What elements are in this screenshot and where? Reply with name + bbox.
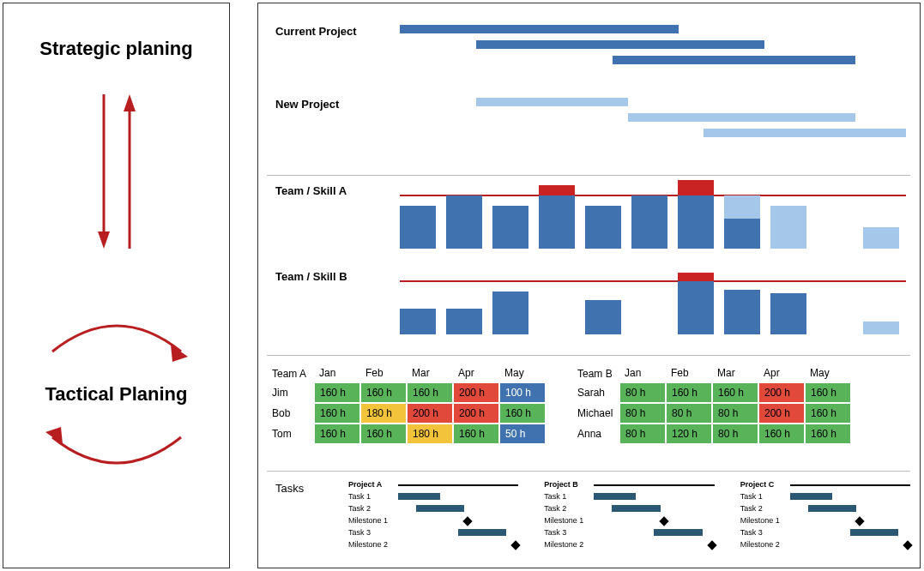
task-bar: [416, 505, 464, 512]
month-header: Feb: [360, 364, 407, 382]
task-name: Milestone 1: [348, 516, 398, 525]
hours-cell: 160 h: [758, 424, 805, 444]
hours-cell: 160 h: [314, 382, 360, 403]
month-header: May: [499, 364, 546, 382]
hours-cell: 200 h: [407, 403, 453, 424]
month-header: Jan: [314, 364, 360, 382]
task-bar: [790, 493, 832, 500]
milestone-diamond-icon: [707, 540, 716, 550]
mini-gantt: Project CTask 1Task 2Milestone 1Task 3Mi…: [740, 478, 910, 550]
svg-marker-4: [171, 345, 188, 362]
task-name: Task 1: [740, 492, 790, 501]
hist-bar: [539, 270, 575, 334]
person-name: Tom: [267, 424, 314, 444]
task-bar: [612, 505, 660, 512]
hours-cell: 80 h: [712, 403, 758, 424]
hours-cell: 100 h: [499, 382, 546, 403]
hours-tables: Team AJanFebMarAprMayJim160 h160 h160 h2…: [267, 355, 910, 466]
task-name: Milestone 1: [740, 516, 790, 525]
svg-marker-3: [124, 94, 136, 111]
team-a-label: Team / Skill A: [275, 184, 347, 197]
hist-bar: [724, 270, 760, 334]
task-name: Milestone 2: [740, 540, 790, 549]
task-bar: [654, 529, 702, 536]
gantt-bar-current: [613, 56, 855, 64]
mini-gantt: Project ATask 1Task 2Milestone 1Task 3Mi…: [348, 478, 518, 550]
hist-bar: [678, 184, 714, 249]
histogram-section: Team / Skill A Team / Skill B: [267, 175, 910, 346]
month-header: Apr: [758, 364, 805, 382]
gantt-bar-new: [476, 98, 628, 106]
hist-bar: [631, 270, 667, 334]
hist-bar: [678, 270, 714, 334]
task-name: Task 3: [740, 528, 790, 537]
task-name: Task 2: [740, 504, 790, 513]
task-name: Milestone 2: [348, 540, 398, 549]
team-a-hist: Team / Skill A: [267, 184, 910, 257]
team-name: Team A: [267, 364, 314, 382]
task-bar: [808, 505, 856, 512]
hist-bar: [770, 184, 806, 249]
hist-bar: [585, 184, 621, 249]
task-bar: [398, 493, 440, 500]
hours-cell: 80 h: [619, 403, 666, 424]
gantt-bar-current: [400, 25, 679, 33]
hours-cell: 120 h: [666, 424, 712, 444]
current-project-label: Current Project: [275, 25, 387, 38]
hours-cell: 160 h: [360, 382, 407, 403]
strategic-title: Strategic planing: [39, 38, 192, 60]
person-name: Anna: [572, 424, 619, 444]
milestone-diamond-icon: [903, 540, 912, 550]
hist-bar: [585, 270, 621, 334]
hours-cell: 180 h: [360, 403, 407, 424]
hours-cell: 200 h: [758, 382, 805, 403]
hist-bar: [817, 270, 853, 334]
task-name: Task 1: [544, 492, 594, 501]
team-b-hist: Team / Skill B: [267, 270, 910, 343]
task-bar: [594, 493, 636, 500]
task-name: Task 3: [348, 528, 398, 537]
task-name: Milestone 2: [544, 540, 594, 549]
milestone-diamond-icon: [659, 516, 668, 526]
new-project-label: New Project: [275, 98, 387, 111]
hours-cell: 160 h: [499, 403, 546, 424]
hours-cell: 80 h: [666, 403, 712, 424]
hours-cell: 160 h: [805, 424, 851, 444]
hours-cell: 160 h: [666, 382, 712, 403]
hours-cell: 160 h: [314, 403, 360, 424]
hist-bar: [492, 184, 528, 249]
task-name: Milestone 1: [544, 516, 594, 525]
hours-cell: 160 h: [407, 382, 453, 403]
left-panel: Strategic planing Tactical Planing: [3, 3, 230, 568]
hist-bar: [631, 184, 667, 249]
hours-table: Team AJanFebMarAprMayJim160 h160 h160 h2…: [267, 364, 547, 445]
month-header: Feb: [666, 364, 712, 382]
milestone-diamond-icon: [855, 516, 864, 526]
gantt-section: Current Project New Project: [267, 12, 910, 166]
tasks-label: Tasks: [275, 482, 304, 495]
hours-cell: 80 h: [619, 424, 666, 444]
task-name: Task 2: [544, 504, 594, 513]
tasks-section: Tasks Project ATask 1Task 2Milestone 1Ta…: [267, 471, 910, 565]
hist-bar: [539, 184, 575, 249]
right-panel: Current Project New Project Team / Skill…: [257, 3, 921, 568]
person-name: Michael: [572, 403, 619, 424]
task-name: Task 3: [544, 528, 594, 537]
hours-cell: 160 h: [453, 424, 499, 444]
project-name: Project C: [740, 480, 790, 489]
hist-bar: [400, 184, 436, 249]
hours-cell: 180 h: [407, 424, 453, 444]
tactical-title: Tactical Planing: [45, 383, 188, 406]
hours-cell: 80 h: [712, 424, 758, 444]
person-name: Jim: [267, 382, 314, 403]
hours-cell: 160 h: [805, 382, 851, 403]
project-name: Project A: [348, 480, 398, 489]
hist-bar: [863, 270, 899, 334]
mini-gantt: Project BTask 1Task 2Milestone 1Task 3Mi…: [544, 478, 714, 550]
hist-bar: [400, 270, 436, 334]
task-bar: [458, 529, 506, 536]
hist-bar: [863, 184, 899, 249]
milestone-diamond-icon: [463, 516, 473, 526]
month-header: Mar: [712, 364, 758, 382]
hist-bar: [492, 270, 528, 334]
